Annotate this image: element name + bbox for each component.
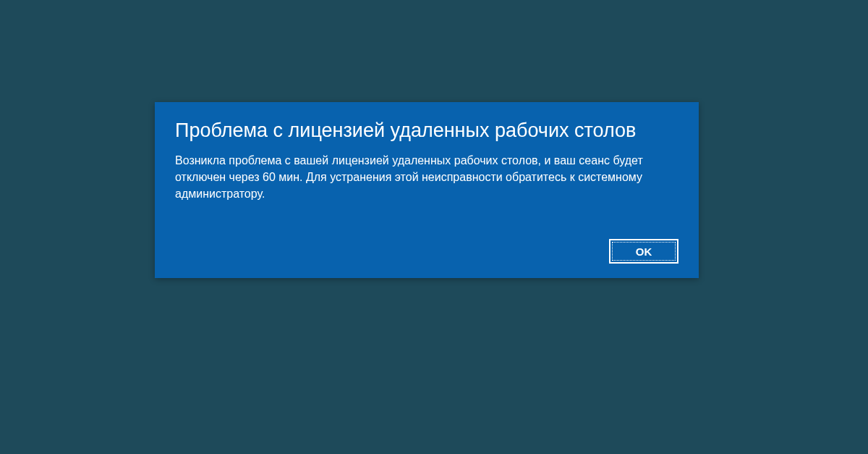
dialog-title: Проблема с лицензией удаленных рабочих с… <box>175 118 678 143</box>
dialog-button-row: OK <box>609 239 678 264</box>
dialog-message: Возникла проблема с вашей лицензией удал… <box>175 152 678 203</box>
ok-button[interactable]: OK <box>609 239 678 264</box>
license-error-dialog: Проблема с лицензией удаленных рабочих с… <box>155 102 699 278</box>
